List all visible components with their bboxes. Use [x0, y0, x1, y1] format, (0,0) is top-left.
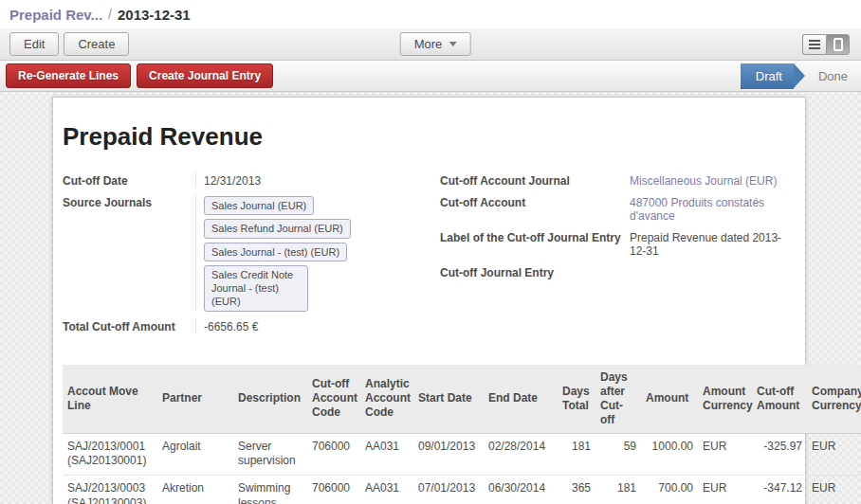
journal-tag: Sales Journal - (test) (EUR)	[204, 243, 347, 261]
fields-column-left: Cut-off Date 12/31/2013 Source Journals …	[63, 172, 440, 340]
cutoff-account-journal-label: Cut-off Account Journal	[440, 172, 630, 188]
cell-cutoff-amount: -325.97	[752, 433, 807, 475]
cutoff-lines-table: Accout Move Line Partner Description Cut…	[63, 365, 861, 504]
cutoff-date-label: Cut-off Date	[63, 172, 195, 188]
more-label: More	[414, 37, 443, 51]
breadcrumb-current: 2013-12-31	[118, 7, 191, 23]
status-draft: Draft	[741, 63, 794, 89]
cell-move-line: SAJ/2013/0003 (SAJ20130003)	[63, 475, 157, 504]
col-account-move-line: Accout Move Line	[63, 365, 157, 434]
field-cutoff-account-journal: Cut-off Account Journal Miscellaneous Jo…	[440, 172, 805, 188]
cell-description: Swimming lessons	[233, 475, 307, 504]
table-header-row: Accout Move Line Partner Description Cut…	[63, 365, 861, 434]
cutoff-account-label: Cut-off Account	[440, 194, 630, 223]
fields-column-right: Cut-off Account Journal Miscellaneous Jo…	[440, 172, 805, 340]
journal-tag: Sales Credit Note Journal - (test) (EUR)	[204, 265, 308, 312]
list-view-button[interactable]	[802, 34, 826, 55]
breadcrumb-separator: /	[108, 7, 112, 22]
action-bar: Re-Generate Lines Create Journal Entry D…	[0, 61, 861, 92]
cell-partner: Akretion	[157, 475, 233, 504]
journal-entry-label-label: Label of the Cut-off Journal Entry	[440, 229, 630, 258]
cell-days-total: 365	[558, 475, 595, 504]
source-journals-label: Source Journals	[63, 194, 195, 312]
cutoff-account-link[interactable]: 487000 Produits constatés d'avance	[630, 194, 796, 223]
breadcrumb-parent-link[interactable]: Prepaid Rev...	[9, 7, 102, 23]
col-cutoff-amount: Cut-off Amount	[752, 365, 807, 434]
cell-amount-currency: EUR	[698, 433, 752, 475]
toolbar: Edit Create More	[0, 28, 861, 61]
cutoff-date-value: 12/31/2013	[195, 172, 438, 188]
list-view-icon	[809, 40, 820, 49]
form-view-icon	[834, 38, 843, 51]
cell-analytic-account-code: AA031	[360, 475, 413, 504]
breadcrumb: Prepaid Rev... / 2013-12-31	[0, 0, 861, 28]
content-area: Prepaid Revenue Cut-off Date 12/31/2013 …	[0, 92, 861, 504]
regenerate-lines-button[interactable]: Re-Generate Lines	[6, 63, 131, 88]
field-cutoff-journal-entry: Cut-off Journal Entry	[440, 264, 805, 279]
edit-button[interactable]: Edit	[9, 32, 59, 56]
cutoff-lines-section: Accout Move Line Partner Description Cut…	[63, 365, 861, 504]
cell-company-currency: EUR	[807, 475, 861, 504]
col-amount-currency: Amount Currency	[698, 365, 752, 434]
col-company-currency: Company Currency	[807, 365, 861, 434]
table-row[interactable]: SAJ/2013/0001 (SAJ20130001) Agrolait Ser…	[63, 433, 861, 475]
cell-days-after-cutoff: 181	[595, 475, 641, 504]
status-done: Done	[818, 69, 848, 83]
field-total-cutoff-amount: Total Cut-off Amount -6656.65 €	[63, 318, 440, 333]
cell-analytic-account-code: AA031	[360, 433, 413, 475]
cell-cutoff-amount: -347.12	[752, 475, 807, 504]
table-row[interactable]: SAJ/2013/0003 (SAJ20130003) Akretion Swi…	[63, 475, 861, 504]
col-description: Description	[233, 365, 307, 434]
col-analytic-account-code: Analytic Account Code	[360, 365, 413, 434]
form-sheet: Prepaid Revenue Cut-off Date 12/31/2013 …	[52, 97, 806, 504]
cell-start-date: 09/01/2013	[413, 433, 484, 475]
chevron-down-icon	[449, 42, 456, 46]
col-partner: Partner	[157, 365, 233, 434]
cell-end-date: 06/30/2014	[484, 475, 558, 504]
form-view-button[interactable]	[826, 34, 850, 55]
col-cutoff-account-code: Cut-off Account Code	[307, 365, 360, 434]
cell-start-date: 07/01/2013	[413, 475, 484, 504]
journal-tag: Sales Journal (EUR)	[204, 196, 314, 215]
cutoff-account-journal-link[interactable]: Miscellaneous Journal (EUR)	[630, 172, 796, 188]
col-amount: Amount	[641, 365, 698, 434]
cell-cutoff-account-code: 706000	[307, 433, 360, 475]
cell-move-line: SAJ/2013/0001 (SAJ20130001)	[63, 433, 157, 475]
cell-amount: 1000.00	[641, 433, 698, 475]
view-switcher	[802, 34, 850, 55]
cell-amount: 700.00	[641, 475, 698, 504]
source-journals-value: Sales Journal (EUR) Sales Refund Journal…	[195, 194, 438, 312]
more-dropdown-button[interactable]: More	[400, 32, 471, 56]
create-journal-entry-button[interactable]: Create Journal Entry	[137, 63, 273, 88]
field-source-journals: Source Journals Sales Journal (EUR) Sale…	[63, 194, 440, 312]
cell-amount-currency: EUR	[698, 475, 752, 504]
total-cutoff-amount-label: Total Cut-off Amount	[63, 318, 195, 333]
page-title: Prepaid Revenue	[63, 122, 805, 152]
field-cutoff-account: Cut-off Account 487000 Produits constaté…	[440, 194, 805, 223]
cell-cutoff-account-code: 706000	[307, 475, 360, 504]
cell-description: Server supervision	[233, 433, 307, 475]
cutoff-journal-entry-label: Cut-off Journal Entry	[440, 264, 630, 279]
cell-days-after-cutoff: 59	[595, 433, 641, 475]
cell-partner: Agrolait	[157, 433, 233, 475]
field-journal-entry-label: Label of the Cut-off Journal Entry Prepa…	[440, 229, 805, 258]
col-end-date: End Date	[484, 365, 558, 434]
cell-company-currency: EUR	[807, 433, 861, 475]
col-days-after-cutoff: Days after Cut-off	[595, 365, 641, 434]
journal-tag: Sales Refund Journal (EUR)	[204, 219, 351, 238]
fields-grid: Cut-off Date 12/31/2013 Source Journals …	[63, 172, 805, 340]
field-cutoff-date: Cut-off Date 12/31/2013	[63, 172, 440, 188]
cell-days-total: 181	[558, 433, 595, 475]
cell-end-date: 02/28/2014	[484, 433, 558, 475]
col-days-total: Days Total	[558, 365, 595, 434]
statusbar: Draft Done	[741, 61, 848, 92]
create-button[interactable]: Create	[64, 32, 129, 56]
cutoff-journal-entry-value	[630, 264, 796, 279]
journal-tags: Sales Journal (EUR) Sales Refund Journal…	[204, 196, 441, 312]
total-cutoff-amount-value: -6656.65 €	[195, 318, 438, 333]
col-start-date: Start Date	[413, 365, 484, 434]
journal-entry-label-value: Prepaid Revenue dated 2013-12-31	[630, 229, 796, 258]
